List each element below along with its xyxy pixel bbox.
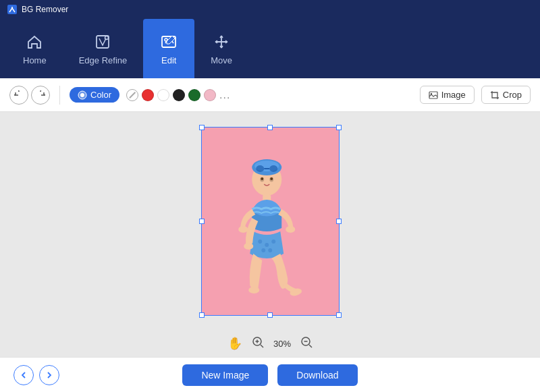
redo-button[interactable] — [31, 86, 50, 105]
crop-label: Crop — [503, 90, 522, 100]
download-button[interactable]: Download — [277, 364, 357, 386]
move-icon — [212, 32, 231, 51]
nav-item-edge-refine[interactable]: Edge Refine — [63, 19, 144, 78]
home-icon — [25, 32, 44, 51]
edit-icon — [159, 32, 178, 51]
more-colors-button[interactable]: ... — [219, 89, 230, 101]
edge-refine-icon — [93, 32, 112, 51]
swatch-white[interactable] — [157, 89, 169, 101]
zoom-in-icon[interactable] — [252, 336, 264, 351]
svg-point-15 — [261, 177, 263, 180]
nav-item-edit[interactable]: Edit — [143, 19, 194, 78]
swatch-transparent[interactable] — [126, 89, 138, 101]
svg-point-3 — [105, 36, 109, 39]
svg-rect-0 — [7, 5, 17, 14]
svg-point-28 — [256, 165, 264, 172]
nav-bar: Home Edge Refine Edit — [0, 19, 540, 78]
crop-button[interactable]: Crop — [481, 86, 531, 104]
hand-tool-icon[interactable]: ✋ — [227, 336, 242, 351]
prev-button[interactable] — [14, 365, 34, 385]
svg-point-29 — [269, 165, 277, 172]
zoom-percent: 30% — [273, 339, 291, 349]
swatch-red[interactable] — [142, 89, 154, 101]
svg-point-21 — [258, 240, 262, 244]
swatch-green[interactable] — [188, 89, 200, 101]
toolbar-divider-1 — [59, 86, 60, 105]
svg-point-22 — [265, 243, 269, 247]
nav-item-move[interactable]: Move — [194, 19, 248, 78]
nav-label-edge-refine: Edge Refine — [79, 55, 128, 65]
nav-item-home[interactable]: Home — [7, 19, 63, 78]
canvas-area[interactable] — [0, 112, 540, 330]
svg-point-9 — [430, 92, 431, 94]
svg-point-20 — [286, 226, 295, 233]
new-image-button[interactable]: New Image — [182, 364, 268, 386]
svg-point-1 — [11, 7, 13, 8]
image-label: Image — [441, 90, 466, 100]
nav-label-edit: Edit — [161, 55, 176, 65]
swatch-pink[interactable] — [204, 89, 216, 101]
zoom-out-icon[interactable] — [300, 336, 313, 351]
svg-point-23 — [271, 240, 275, 244]
bottom-actions: New Image Download — [182, 364, 357, 386]
svg-point-26 — [248, 287, 259, 293]
nav-arrow-group — [14, 365, 59, 385]
undo-button[interactable] — [9, 86, 28, 105]
svg-point-24 — [261, 248, 265, 252]
image-button[interactable]: Image — [420, 86, 475, 104]
image-container[interactable] — [201, 127, 340, 316]
zoom-bar: ✋ 30% — [0, 330, 540, 357]
nav-label-home: Home — [23, 55, 47, 65]
bottom-bar: New Image Download — [0, 357, 540, 392]
app-icon — [7, 4, 18, 15]
swatch-black[interactable] — [173, 89, 185, 101]
next-button[interactable] — [39, 365, 59, 385]
svg-point-19 — [238, 226, 248, 233]
toolbar: Color ... Image Crop — [0, 78, 540, 112]
nav-label-move: Move — [211, 55, 232, 65]
app-title: BG Remover — [22, 5, 68, 14]
baby-image — [216, 154, 314, 309]
color-label: Color — [90, 90, 111, 100]
svg-point-30 — [244, 243, 253, 250]
image-background — [201, 127, 340, 316]
svg-point-25 — [268, 248, 272, 252]
svg-point-16 — [270, 177, 273, 180]
color-swatches: ... — [126, 89, 230, 101]
title-bar: BG Remover — [0, 0, 540, 19]
color-button[interactable]: Color — [70, 87, 119, 103]
undo-redo-group — [9, 86, 50, 105]
svg-point-7 — [80, 93, 84, 97]
